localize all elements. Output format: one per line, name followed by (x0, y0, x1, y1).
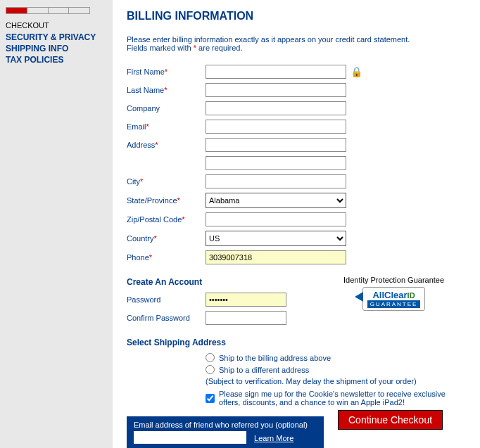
email-input[interactable] (206, 120, 346, 134)
state-label: State/Province* (127, 196, 206, 205)
referral-box: Email address of friend who referred you… (127, 416, 324, 448)
zip-input[interactable] (206, 212, 346, 226)
country-label: Country* (127, 234, 206, 243)
referral-input[interactable] (134, 431, 246, 444)
newsletter-label: Please sign me up for the Cookie's newsl… (219, 390, 466, 407)
checkout-progress (6, 7, 90, 14)
sidebar-title: CHECKOUT (6, 21, 107, 30)
shipping-heading: Select Shipping Address (127, 338, 466, 347)
last-name-input[interactable] (206, 83, 346, 97)
ship-billing-label: Ship to the billing address above (219, 354, 331, 362)
last-name-label: Last Name* (127, 86, 206, 94)
confirm-password-label: Confirm Password (127, 314, 206, 322)
password-input[interactable] (206, 293, 286, 307)
city-label: City* (127, 177, 206, 186)
page-title: BILLING INFORMATION (127, 10, 466, 23)
intro-text: Please enter billing information exactly… (127, 35, 466, 52)
continue-checkout-button[interactable]: Continue Checkout (338, 410, 443, 430)
referral-learn-more[interactable]: Learn More (254, 434, 293, 442)
password-label: Password (127, 295, 206, 304)
confirm-password-input[interactable] (206, 311, 286, 325)
city-input[interactable] (206, 174, 346, 188)
company-label: Company (127, 104, 206, 113)
first-name-input[interactable] (206, 65, 346, 79)
address-input-2[interactable] (206, 156, 346, 170)
sidebar-link-security[interactable]: SECURITY & PRIVACY (6, 32, 107, 42)
first-name-label: First Name* (127, 68, 206, 76)
lock-icon: 🔒 (350, 66, 362, 77)
address-label: Address* (127, 141, 206, 149)
ship-billing-radio[interactable] (206, 353, 215, 362)
newsletter-checkbox[interactable] (206, 390, 215, 407)
zip-label: Zip/Postal Code* (127, 215, 206, 224)
ship-different-radio[interactable] (206, 365, 215, 374)
phone-label: Phone* (127, 253, 206, 262)
sidebar-link-tax[interactable]: TAX POLICIES (6, 55, 107, 65)
identity-title: Identity Protection Guarantee (343, 276, 444, 284)
ship-note: (Subject to verification. May delay the … (206, 377, 466, 385)
allclear-badge[interactable]: AllClearID GUARANTEE (362, 287, 426, 311)
country-select[interactable]: US (206, 231, 346, 246)
company-input[interactable] (206, 101, 346, 115)
state-select[interactable]: Alabama (206, 193, 346, 208)
sidebar: CHECKOUT SECURITY & PRIVACY SHIPPING INF… (0, 0, 113, 448)
identity-guarantee: Identity Protection Guarantee AllClearID… (343, 276, 444, 311)
phone-input[interactable] (206, 250, 346, 264)
main-content: BILLING INFORMATION Please enter billing… (113, 0, 480, 448)
address-input-1[interactable] (206, 138, 346, 152)
referral-label: Email address of friend who referred you… (134, 421, 317, 429)
sidebar-link-shipping[interactable]: SHIPPING INFO (6, 44, 107, 53)
email-label: Email* (127, 122, 206, 131)
ship-different-label: Ship to a different address (219, 366, 309, 374)
